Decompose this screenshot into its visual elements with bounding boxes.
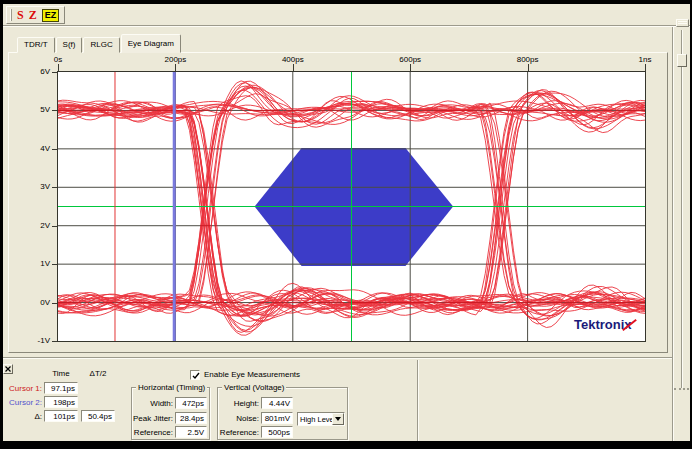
height-field[interactable]: 4.44V	[261, 397, 293, 409]
tab-strip: TDR/T S(f) RLGC Eye Diagram	[17, 34, 182, 53]
delta-dt2-field[interactable]: 50.4ps	[81, 410, 115, 422]
peak-jitter-label: Peak Jitter:	[132, 414, 173, 423]
h-reference-field[interactable]: 2.5V	[175, 426, 207, 438]
y-tick-label: 5V	[26, 105, 50, 114]
v-reference-label: Reference:	[218, 428, 259, 437]
vertical-voltage-group-title: Vertical (Voltage)	[222, 383, 286, 392]
noise-level-dropdown[interactable]: High Level	[297, 412, 345, 426]
width-field[interactable]: 472ps	[175, 397, 207, 409]
eye-mask-hexagon	[255, 148, 454, 266]
toolbar-grip-icon[interactable]	[10, 9, 12, 21]
x-tick-label: 600ps	[390, 55, 430, 64]
noise-label: Noise:	[218, 414, 259, 423]
measurement-panel-separator	[3, 357, 672, 359]
delta-time-field[interactable]: 101ps	[44, 410, 78, 422]
chevron-down-icon	[335, 417, 341, 424]
width-label: Width:	[132, 399, 173, 408]
cursor2-label: Cursor 2:	[2, 398, 42, 407]
checkmark-icon	[192, 372, 200, 380]
x-tick-label: 0s	[38, 55, 78, 64]
z-tool-icon[interactable]: Z	[29, 8, 37, 23]
x-tick-mark	[58, 64, 59, 71]
toolbar-separator	[3, 25, 690, 27]
y-tick-label: 1V	[26, 259, 50, 268]
enable-eye-measurements-label: Enable Eye Measurements	[204, 370, 300, 379]
column-header-time: Time	[44, 369, 78, 378]
y-tick-label: 3V	[26, 182, 50, 191]
tab-eye-diagram[interactable]: Eye Diagram	[121, 34, 181, 53]
y-tick-label: 4V	[26, 144, 50, 153]
toolbar: S Z EZ	[6, 6, 65, 24]
cursor2-time-field[interactable]: 198ps	[44, 396, 78, 408]
x-tick-label: 200ps	[155, 55, 195, 64]
delta-label: Δ:	[2, 412, 42, 421]
ez-tool-icon[interactable]: EZ	[42, 9, 60, 22]
noise-field[interactable]: 801mV	[261, 412, 293, 424]
tab-sf[interactable]: S(f)	[56, 37, 83, 53]
x-tick-label: 800ps	[508, 55, 548, 64]
x-tick-mark	[293, 64, 294, 71]
noise-level-dropdown-value: High Level	[298, 413, 332, 425]
panel-vertical-divider	[417, 360, 419, 441]
x-tick-mark	[528, 64, 529, 71]
cursor1-time-field[interactable]: 97.1ps	[44, 382, 78, 394]
panel-close-button[interactable]	[3, 364, 13, 374]
enable-eye-measurements-checkbox[interactable]	[190, 370, 200, 380]
h-reference-label: Reference:	[132, 428, 173, 437]
cursor1-label: Cursor 1:	[2, 384, 42, 393]
tab-tdrt[interactable]: TDR/T	[17, 37, 55, 53]
peak-jitter-field[interactable]: 28.4ps	[175, 412, 207, 424]
tab-rlgc[interactable]: RLGC	[83, 37, 119, 53]
y-tick-label: -1V	[26, 336, 50, 345]
app-window: S Z EZ TDR/T S(f) RLGC Eye Diagram 0s200…	[0, 0, 692, 449]
horizontal-timing-group-title: Horizontal (Timing)	[136, 383, 207, 392]
vertical-slider-track[interactable]	[681, 30, 683, 388]
y-tick-label: 0V	[26, 298, 50, 307]
x-tick-mark	[175, 64, 176, 71]
x-tick-label: 1ns	[625, 55, 665, 64]
eye-diagram-canvas[interactable]	[58, 72, 645, 341]
eye-diagram-plot[interactable]: Tektronix	[57, 71, 646, 342]
slider-top-grip-icon[interactable]	[676, 19, 689, 27]
slider-bottom-grip-icon[interactable]	[674, 388, 689, 391]
x-tick-mark	[410, 64, 411, 71]
vertical-slider-thumb[interactable]	[677, 54, 687, 67]
y-tick-label: 6V	[26, 67, 50, 76]
dropdown-button[interactable]	[332, 413, 344, 425]
close-icon	[5, 366, 11, 372]
x-tick-mark	[645, 64, 646, 71]
vertical-voltage-group: Vertical (Voltage) Height: 4.44V Noise: …	[217, 387, 348, 440]
column-header-dt2: ΔT/2	[80, 369, 116, 378]
v-reference-field[interactable]: 500ps	[261, 426, 293, 438]
x-tick-label: 400ps	[273, 55, 313, 64]
s-tool-icon[interactable]: S	[17, 8, 24, 23]
height-label: Height:	[218, 399, 259, 408]
horizontal-timing-group: Horizontal (Timing) Width: 472ps Peak Ji…	[131, 387, 210, 440]
tektronix-logo: Tektronix	[574, 317, 632, 332]
right-panel-separator	[672, 27, 674, 441]
y-tick-label: 2V	[26, 221, 50, 230]
